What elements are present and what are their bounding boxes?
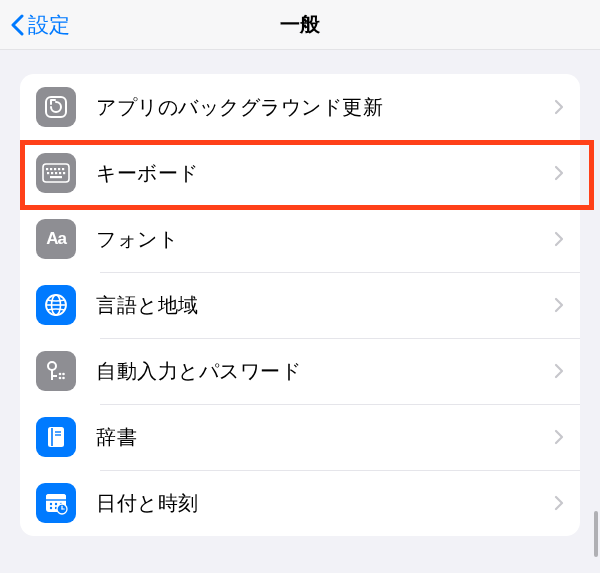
svg-rect-8 [51,172,53,174]
settings-list: アプリのバックグラウンド更新 キーボード [20,74,580,536]
svg-rect-6 [62,168,64,170]
row-label: 辞書 [96,424,554,451]
keyboard-icon [36,153,76,193]
svg-rect-9 [55,172,57,174]
fonts-icon: Aa [36,219,76,259]
settings-row-passwords[interactable]: 自動入力とパスワード [20,338,580,404]
calendar-icon [36,483,76,523]
chevron-right-icon [554,363,564,379]
svg-rect-30 [46,494,66,499]
svg-point-33 [55,503,57,505]
row-label: 自動入力とパスワード [96,358,554,385]
key-icon [36,351,76,391]
svg-rect-12 [50,176,62,178]
settings-row-keyboard[interactable]: キーボード [20,140,580,206]
chevron-right-icon [554,429,564,445]
settings-row-background-refresh[interactable]: アプリのバックグラウンド更新 [20,74,580,140]
svg-rect-4 [54,168,56,170]
refresh-icon [36,87,76,127]
chevron-right-icon [554,231,564,247]
svg-rect-3 [50,168,52,170]
settings-row-language-region[interactable]: 言語と地域 [20,272,580,338]
svg-point-21 [59,373,62,376]
svg-rect-2 [46,168,48,170]
row-label: アプリのバックグラウンド更新 [96,94,554,121]
chevron-right-icon [554,297,564,313]
chevron-right-icon [554,165,564,181]
nav-header: 設定 一般 [0,0,600,50]
globe-icon [36,285,76,325]
scrollbar-thumb[interactable] [594,511,598,557]
back-button[interactable]: 設定 [0,0,70,49]
svg-rect-11 [63,172,65,174]
svg-rect-10 [59,172,61,174]
book-icon [36,417,76,457]
svg-rect-7 [47,172,49,174]
svg-point-35 [50,507,52,509]
page-title: 一般 [280,11,320,38]
svg-point-20 [62,377,65,380]
svg-point-22 [62,373,65,376]
content-area: アプリのバックグラウンド更新 キーボード [0,50,600,536]
svg-point-32 [50,503,52,505]
settings-row-dictionary[interactable]: 辞書 [20,404,580,470]
back-label: 設定 [28,11,70,39]
row-label: 日付と時刻 [96,490,554,517]
svg-point-19 [59,377,62,380]
svg-rect-5 [58,168,60,170]
row-label: キーボード [96,160,554,187]
row-label: 言語と地域 [96,292,554,319]
svg-point-16 [48,362,56,370]
settings-row-date-time[interactable]: 日付と時刻 [20,470,580,536]
settings-row-fonts[interactable]: Aa フォント [20,206,580,272]
chevron-left-icon [10,14,24,36]
chevron-right-icon [554,99,564,115]
chevron-right-icon [554,495,564,511]
row-label: フォント [96,226,554,253]
